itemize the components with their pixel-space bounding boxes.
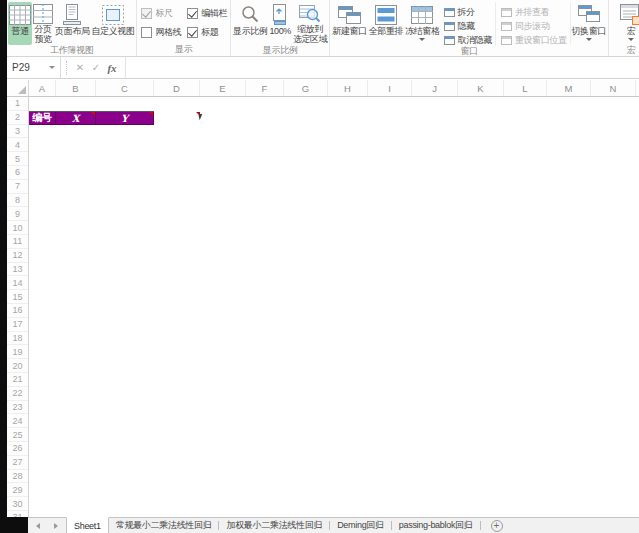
checkbox-标尺[interactable]: 标尺	[141, 6, 181, 20]
freeze-panes-button[interactable]: 冻结窗格	[404, 2, 440, 45]
checkbox-box[interactable]	[187, 27, 198, 38]
checkbox-box[interactable]	[141, 27, 152, 38]
column-header-N[interactable]: N	[591, 80, 636, 96]
name-box[interactable]: P29	[7, 57, 61, 78]
column-header-F[interactable]: F	[246, 80, 284, 96]
cell-C2[interactable]: Y	[96, 112, 154, 126]
prev-sheet-arrow-icon[interactable]	[36, 523, 40, 529]
row-header-14[interactable]: 14	[7, 276, 28, 290]
column-header-H[interactable]: H	[328, 80, 368, 96]
hide-button[interactable]: 隐藏	[444, 20, 492, 32]
screen-edge-black-strip	[0, 0, 7, 533]
next-sheet-arrow-icon[interactable]	[54, 523, 58, 529]
row-header-13[interactable]: 13	[7, 263, 28, 277]
row-header-20[interactable]: 20	[7, 359, 28, 373]
row-header-26[interactable]: 26	[7, 442, 28, 456]
row-header-25[interactable]: 25	[7, 428, 28, 442]
arrange-all-button[interactable]: 全部重排	[368, 2, 404, 45]
cancel-button[interactable]: ✕	[72, 57, 88, 78]
row-header-17[interactable]: 17	[7, 318, 28, 332]
cell-B2[interactable]: X	[56, 112, 96, 126]
row-header-23[interactable]: 23	[7, 401, 28, 415]
row-header-16[interactable]: 16	[7, 304, 28, 318]
row-header-2[interactable]: 2	[7, 111, 28, 125]
row-header-10[interactable]: 10	[7, 221, 28, 235]
ribbon-group-window: 新建窗口 全部重排 冻结窗格 拆分	[330, 0, 609, 56]
row-header-15[interactable]: 15	[7, 290, 28, 304]
column-header-E[interactable]: E	[200, 80, 246, 96]
column-header-J[interactable]: J	[412, 80, 458, 96]
row-header-6[interactable]: 6	[7, 166, 28, 180]
column-header-K[interactable]: K	[458, 80, 504, 96]
checkbox-label: 标尺	[155, 7, 172, 20]
unhide-button[interactable]: 取消隐藏	[444, 34, 492, 46]
column-header-D[interactable]: D	[154, 80, 200, 96]
row-header-27[interactable]: 27	[7, 456, 28, 470]
row-header-12[interactable]: 12	[7, 249, 28, 263]
select-all-button[interactable]	[7, 80, 29, 96]
column-header-M[interactable]: M	[547, 80, 591, 96]
checkbox-标题[interactable]: 标题	[187, 25, 227, 39]
add-sheet-button[interactable]: +	[491, 520, 503, 532]
sheet-tab-加权最小二乘法线性回归[interactable]: 加权最小二乘法线性回归	[219, 518, 329, 533]
enter-button[interactable]: ✓	[88, 57, 104, 78]
checkbox-网格线[interactable]: 网格线	[141, 25, 181, 39]
column-header-I[interactable]: I	[368, 80, 412, 96]
cell-A2[interactable]: 编号	[29, 112, 56, 126]
synchronous-scrolling-label: 同步滚动	[515, 20, 549, 33]
row-header-3[interactable]: 3	[7, 125, 28, 139]
view-side-by-side-button[interactable]: 并排查看	[501, 6, 567, 18]
checkbox-box[interactable]	[141, 8, 152, 19]
custom-views-button[interactable]: 自定义视图	[90, 2, 135, 45]
page-break-preview-button[interactable]: 分页 预览	[32, 2, 54, 45]
split-label: 拆分	[458, 6, 475, 19]
checkbox-box[interactable]	[187, 8, 198, 19]
page-layout-button[interactable]: 页面布局	[54, 2, 90, 45]
sheet-tab-Sheet1[interactable]: Sheet1	[66, 517, 109, 533]
new-window-button[interactable]: 新建窗口	[331, 2, 367, 45]
page-layout-icon	[63, 3, 81, 26]
sheet-tab-常规最小二乘法线性回归[interactable]: 常规最小二乘法线性回归	[109, 518, 219, 533]
ribbon-group-workbook-views: 普通 分页 预览 页面布局 自定义视图 工作簿视图	[7, 0, 137, 56]
row-header-1[interactable]: 1	[7, 97, 28, 111]
row-header-29[interactable]: 29	[7, 483, 28, 497]
row-header-5[interactable]: 5	[7, 152, 28, 166]
page-break-preview-icon	[33, 3, 53, 24]
row-header-9[interactable]: 9	[7, 207, 28, 221]
row-header-21[interactable]: 21	[7, 373, 28, 387]
row-header-19[interactable]: 19	[7, 345, 28, 359]
column-header-G[interactable]: G	[284, 80, 328, 96]
switch-windows-button[interactable]: 切换窗口	[570, 2, 607, 45]
row-header-18[interactable]: 18	[7, 332, 28, 346]
column-header-A[interactable]: A	[29, 80, 56, 96]
row-header-11[interactable]: 11	[7, 235, 28, 249]
insert-function-button[interactable]: fx	[104, 57, 120, 78]
row-header-28[interactable]: 28	[7, 470, 28, 484]
row-header-4[interactable]: 4	[7, 138, 28, 152]
zoom-to-selection-button[interactable]: 缩放到 选定区域	[292, 2, 328, 45]
spreadsheet-grid[interactable]: 1234567891011121314151617181920212223242…	[7, 97, 639, 517]
normal-view-button[interactable]: 普通	[8, 2, 32, 45]
formula-input[interactable]	[125, 57, 639, 78]
reset-window-position-button[interactable]: 重设窗口位置	[501, 34, 567, 46]
column-header-C[interactable]: C	[96, 80, 154, 96]
column-header-B[interactable]: B	[56, 80, 96, 96]
hide-label: 隐藏	[458, 20, 475, 33]
zoom-100-button[interactable]: 100%	[268, 2, 291, 45]
row-header-24[interactable]: 24	[7, 414, 28, 428]
row-header-22[interactable]: 22	[7, 387, 28, 401]
column-header-L[interactable]: L	[504, 80, 547, 96]
normal-view-icon	[9, 3, 31, 26]
row-header-7[interactable]: 7	[7, 180, 28, 194]
group-label-macros: 宏	[609, 45, 639, 56]
row-header-8[interactable]: 8	[7, 194, 28, 208]
macros-button[interactable]: 宏	[619, 2, 639, 45]
synchronous-scrolling-button[interactable]: 同步滚动	[501, 20, 567, 32]
formula-bar: P29 ✕ ✓ fx	[7, 57, 639, 79]
sheet-tab-Deming回归[interactable]: Deming回归	[330, 518, 391, 533]
split-button[interactable]: 拆分	[444, 6, 492, 18]
checkbox-编辑栏[interactable]: 编辑栏	[187, 6, 227, 20]
zoom-button[interactable]: 显示比例	[232, 2, 268, 45]
row-header-30[interactable]: 30	[7, 497, 28, 511]
sheet-tab-passing-bablok回归[interactable]: passing-bablok回归	[392, 518, 480, 533]
